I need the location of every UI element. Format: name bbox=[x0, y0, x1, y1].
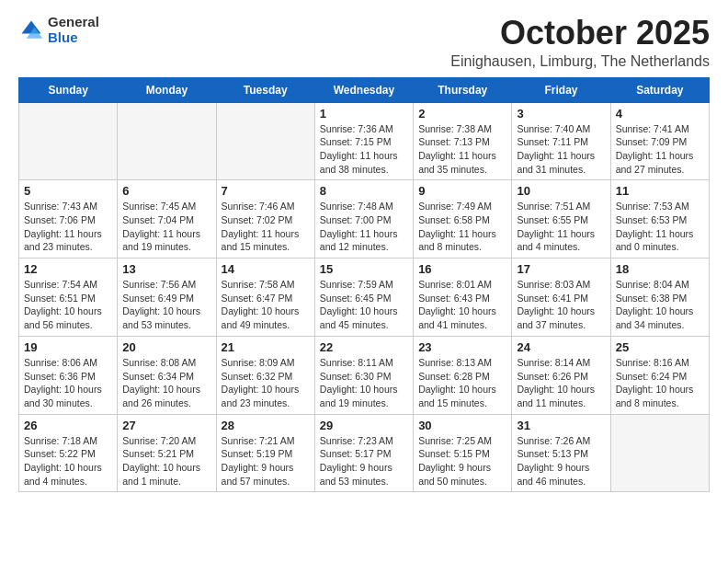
day-info: Sunrise: 8:08 AMSunset: 6:34 PMDaylight:… bbox=[122, 356, 210, 410]
col-saturday: Saturday bbox=[610, 77, 709, 102]
day-info: Sunrise: 7:43 AMSunset: 7:06 PMDaylight:… bbox=[24, 200, 112, 254]
calendar-cell-w5-d6 bbox=[610, 414, 709, 492]
day-info: Sunrise: 7:56 AMSunset: 6:49 PMDaylight:… bbox=[122, 278, 210, 332]
day-number: 14 bbox=[222, 262, 310, 276]
calendar-header-row: Sunday Monday Tuesday Wednesday Thursday… bbox=[19, 77, 710, 102]
title-block: October 2025 Einighausen, Limburg, The N… bbox=[450, 15, 710, 70]
calendar-cell-w4-d1: 20Sunrise: 8:08 AMSunset: 6:34 PMDayligh… bbox=[118, 336, 216, 414]
col-tuesday: Tuesday bbox=[216, 77, 314, 102]
day-info: Sunrise: 7:54 AMSunset: 6:51 PMDaylight:… bbox=[24, 278, 112, 332]
day-number: 26 bbox=[24, 419, 112, 432]
day-info: Sunrise: 7:25 AMSunset: 5:15 PMDaylight:… bbox=[418, 434, 506, 488]
day-number: 7 bbox=[222, 184, 310, 198]
header: General Blue October 2025 Einighausen, L… bbox=[18, 15, 710, 70]
col-wednesday: Wednesday bbox=[314, 77, 413, 102]
calendar-cell-w3-d4: 16Sunrise: 8:01 AMSunset: 6:43 PMDayligh… bbox=[414, 259, 512, 337]
day-info: Sunrise: 7:46 AMSunset: 7:02 PMDaylight:… bbox=[222, 200, 310, 254]
week-row-2: 5Sunrise: 7:43 AMSunset: 7:06 PMDaylight… bbox=[19, 180, 710, 259]
day-info: Sunrise: 8:14 AMSunset: 6:26 PMDaylight:… bbox=[517, 356, 605, 410]
day-number: 24 bbox=[517, 340, 605, 354]
day-number: 19 bbox=[24, 340, 112, 354]
day-number: 10 bbox=[517, 184, 605, 198]
day-number: 8 bbox=[320, 184, 408, 198]
calendar-cell-w1-d0 bbox=[19, 102, 118, 180]
day-number: 17 bbox=[517, 262, 605, 276]
day-number: 5 bbox=[24, 184, 112, 198]
day-number: 12 bbox=[24, 262, 112, 276]
calendar-cell-w1-d6: 4Sunrise: 7:41 AMSunset: 7:09 PMDaylight… bbox=[610, 102, 709, 180]
day-number: 9 bbox=[418, 184, 506, 198]
day-info: Sunrise: 8:04 AMSunset: 6:38 PMDaylight:… bbox=[616, 278, 704, 332]
day-number: 3 bbox=[517, 107, 605, 121]
day-info: Sunrise: 7:36 AMSunset: 7:15 PMDaylight:… bbox=[320, 122, 408, 177]
col-thursday: Thursday bbox=[414, 77, 512, 102]
day-number: 4 bbox=[616, 107, 704, 121]
day-number: 20 bbox=[122, 340, 210, 354]
location-title: Einighausen, Limburg, The Netherlands bbox=[450, 53, 710, 70]
calendar-cell-w5-d0: 26Sunrise: 7:18 AMSunset: 5:22 PMDayligh… bbox=[19, 414, 118, 492]
logo-general-text: General bbox=[48, 15, 99, 30]
day-info: Sunrise: 7:53 AMSunset: 6:53 PMDaylight:… bbox=[616, 200, 704, 254]
day-info: Sunrise: 7:23 AMSunset: 5:17 PMDaylight:… bbox=[320, 434, 408, 488]
calendar-cell-w4-d3: 22Sunrise: 8:11 AMSunset: 6:30 PMDayligh… bbox=[314, 336, 413, 414]
day-info: Sunrise: 7:49 AMSunset: 6:58 PMDaylight:… bbox=[418, 200, 506, 254]
col-monday: Monday bbox=[118, 77, 216, 102]
day-info: Sunrise: 7:48 AMSunset: 7:00 PMDaylight:… bbox=[320, 200, 408, 254]
logo-text: General Blue bbox=[48, 15, 99, 45]
day-number: 6 bbox=[122, 184, 210, 198]
calendar: Sunday Monday Tuesday Wednesday Thursday… bbox=[18, 77, 710, 493]
col-sunday: Sunday bbox=[19, 77, 118, 102]
day-info: Sunrise: 8:06 AMSunset: 6:36 PMDaylight:… bbox=[24, 356, 112, 410]
calendar-cell-w4-d4: 23Sunrise: 8:13 AMSunset: 6:28 PMDayligh… bbox=[414, 336, 512, 414]
calendar-cell-w2-d4: 9Sunrise: 7:49 AMSunset: 6:58 PMDaylight… bbox=[414, 180, 512, 259]
calendar-cell-w1-d2 bbox=[216, 102, 314, 180]
calendar-cell-w5-d1: 27Sunrise: 7:20 AMSunset: 5:21 PMDayligh… bbox=[118, 414, 216, 492]
day-number: 18 bbox=[616, 262, 704, 276]
calendar-cell-w3-d0: 12Sunrise: 7:54 AMSunset: 6:51 PMDayligh… bbox=[19, 259, 118, 337]
day-info: Sunrise: 7:51 AMSunset: 6:55 PMDaylight:… bbox=[517, 200, 605, 254]
day-info: Sunrise: 7:20 AMSunset: 5:21 PMDaylight:… bbox=[122, 434, 210, 488]
day-info: Sunrise: 7:58 AMSunset: 6:47 PMDaylight:… bbox=[222, 278, 310, 332]
month-title: October 2025 bbox=[450, 15, 710, 52]
day-number: 1 bbox=[320, 107, 408, 121]
logo-blue-text: Blue bbox=[48, 30, 99, 46]
day-info: Sunrise: 8:01 AMSunset: 6:43 PMDaylight:… bbox=[418, 278, 506, 332]
day-info: Sunrise: 8:16 AMSunset: 6:24 PMDaylight:… bbox=[616, 356, 704, 410]
calendar-cell-w3-d3: 15Sunrise: 7:59 AMSunset: 6:45 PMDayligh… bbox=[314, 259, 413, 337]
day-number: 15 bbox=[320, 262, 408, 276]
day-info: Sunrise: 7:26 AMSunset: 5:13 PMDaylight:… bbox=[517, 434, 605, 488]
calendar-cell-w2-d3: 8Sunrise: 7:48 AMSunset: 7:00 PMDaylight… bbox=[314, 180, 413, 259]
day-info: Sunrise: 7:38 AMSunset: 7:13 PMDaylight:… bbox=[418, 122, 506, 177]
day-info: Sunrise: 7:40 AMSunset: 7:11 PMDaylight:… bbox=[517, 122, 605, 177]
week-row-3: 12Sunrise: 7:54 AMSunset: 6:51 PMDayligh… bbox=[19, 259, 710, 337]
calendar-cell-w5-d2: 28Sunrise: 7:21 AMSunset: 5:19 PMDayligh… bbox=[216, 414, 314, 492]
day-info: Sunrise: 7:21 AMSunset: 5:19 PMDaylight:… bbox=[222, 434, 310, 488]
calendar-cell-w5-d5: 31Sunrise: 7:26 AMSunset: 5:13 PMDayligh… bbox=[512, 414, 610, 492]
day-info: Sunrise: 8:03 AMSunset: 6:41 PMDaylight:… bbox=[517, 278, 605, 332]
week-row-1: 1Sunrise: 7:36 AMSunset: 7:15 PMDaylight… bbox=[19, 102, 710, 180]
calendar-cell-w5-d4: 30Sunrise: 7:25 AMSunset: 5:15 PMDayligh… bbox=[414, 414, 512, 492]
day-number: 22 bbox=[320, 340, 408, 354]
day-number: 21 bbox=[222, 340, 310, 354]
day-number: 23 bbox=[418, 340, 506, 354]
calendar-cell-w3-d1: 13Sunrise: 7:56 AMSunset: 6:49 PMDayligh… bbox=[118, 259, 216, 337]
week-row-5: 26Sunrise: 7:18 AMSunset: 5:22 PMDayligh… bbox=[19, 414, 710, 492]
week-row-4: 19Sunrise: 8:06 AMSunset: 6:36 PMDayligh… bbox=[19, 336, 710, 414]
day-number: 13 bbox=[122, 262, 210, 276]
calendar-cell-w3-d6: 18Sunrise: 8:04 AMSunset: 6:38 PMDayligh… bbox=[610, 259, 709, 337]
day-info: Sunrise: 7:18 AMSunset: 5:22 PMDaylight:… bbox=[24, 434, 112, 488]
day-number: 11 bbox=[616, 184, 704, 198]
day-number: 28 bbox=[222, 419, 310, 432]
calendar-cell-w2-d0: 5Sunrise: 7:43 AMSunset: 7:06 PMDaylight… bbox=[19, 180, 118, 259]
day-info: Sunrise: 8:13 AMSunset: 6:28 PMDaylight:… bbox=[418, 356, 506, 410]
day-number: 25 bbox=[616, 340, 704, 354]
calendar-cell-w2-d5: 10Sunrise: 7:51 AMSunset: 6:55 PMDayligh… bbox=[512, 180, 610, 259]
day-number: 27 bbox=[122, 419, 210, 432]
calendar-cell-w1-d4: 2Sunrise: 7:38 AMSunset: 7:13 PMDaylight… bbox=[414, 102, 512, 180]
day-info: Sunrise: 7:41 AMSunset: 7:09 PMDaylight:… bbox=[616, 122, 704, 177]
day-number: 30 bbox=[418, 419, 506, 432]
day-number: 2 bbox=[418, 107, 506, 121]
calendar-cell-w1-d5: 3Sunrise: 7:40 AMSunset: 7:11 PMDaylight… bbox=[512, 102, 610, 180]
calendar-cell-w5-d3: 29Sunrise: 7:23 AMSunset: 5:17 PMDayligh… bbox=[314, 414, 413, 492]
col-friday: Friday bbox=[512, 77, 610, 102]
